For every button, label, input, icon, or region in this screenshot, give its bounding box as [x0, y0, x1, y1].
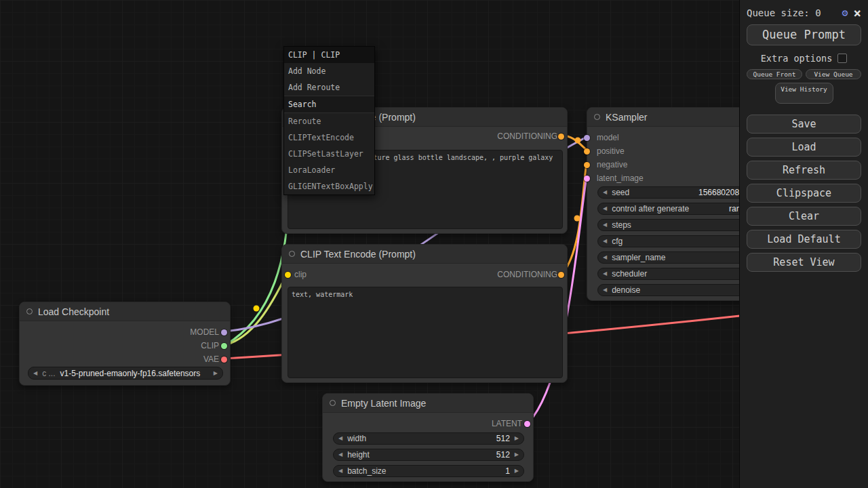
context-menu-add-reroute[interactable]: Add Reroute: [284, 79, 374, 96]
stepper-left-arrow-icon[interactable]: ◀: [603, 271, 607, 277]
queue-front-button[interactable]: Queue Front: [747, 69, 802, 79]
widget-label: width: [347, 434, 366, 443]
output-port-clip[interactable]: [221, 343, 227, 349]
input-port-positive[interactable]: [584, 148, 590, 155]
combo-left-arrow-icon[interactable]: ◀: [33, 371, 37, 376]
stepper-right-arrow-icon[interactable]: ▶: [515, 468, 519, 474]
node-title: Load Checkpoint: [38, 306, 109, 317]
settings-gear-icon[interactable]: ⚙: [842, 7, 848, 19]
prompt-textarea[interactable]: text, watermark: [288, 287, 563, 378]
output-port-conditioning[interactable]: [558, 134, 564, 140]
comfyui-app: CLIP Text Encode (Prompt) CONDITIONING b…: [0, 0, 868, 488]
input-port-latent-image[interactable]: [584, 176, 590, 182]
output-label-conditioning: CONDITIONING: [497, 131, 557, 141]
save-button[interactable]: Save: [747, 115, 861, 134]
context-menu-entry-loraloader[interactable]: LoraLoader: [284, 162, 374, 178]
context-menu-entry-gligentextboxapply[interactable]: GLIGENTextBoxApply: [284, 178, 374, 195]
output-label-clip: CLIP: [201, 341, 219, 350]
view-queue-button[interactable]: View Queue: [806, 69, 861, 79]
input-port-model[interactable]: [584, 135, 590, 141]
widget-label: denoise: [612, 285, 640, 295]
output-label-conditioning: CONDITIONING: [497, 270, 557, 279]
close-menu-icon[interactable]: ×: [854, 7, 861, 20]
input-label-negative: negative: [597, 160, 627, 169]
context-menu-title: CLIP | CLIP: [284, 47, 374, 63]
node-clip-text-encode-negative: CLIP Text Encode (Prompt) clip CONDITION…: [281, 244, 568, 383]
context-menu: CLIP | CLIP Add Node Add Reroute Search …: [283, 46, 375, 195]
widget-width[interactable]: ◀ width 512 ▶: [333, 432, 524, 445]
widget-label: steps: [612, 220, 631, 230]
stepper-right-arrow-icon[interactable]: ▶: [515, 436, 519, 441]
output-port-vae[interactable]: [221, 357, 227, 363]
collapse-dot-icon[interactable]: [289, 251, 295, 257]
view-history-button[interactable]: View History: [775, 83, 833, 104]
stepper-left-arrow-icon[interactable]: ◀: [603, 190, 607, 195]
combo-prefix: c ...: [42, 369, 55, 378]
combo-value: v1-5-pruned-emaonly-fp16.safetensors: [60, 369, 201, 378]
widget-batch-size[interactable]: ◀ batch_size 1 ▶: [333, 465, 524, 477]
output-port-model[interactable]: [221, 329, 227, 336]
stepper-right-arrow-icon[interactable]: ▶: [515, 452, 519, 458]
node-title: CLIP Text Encode (Prompt): [300, 249, 416, 260]
collapse-dot-icon[interactable]: [26, 308, 33, 314]
queue-prompt-button[interactable]: Queue Prompt: [747, 24, 861, 45]
input-label-clip: clip: [294, 270, 307, 279]
widget-value: 1: [505, 466, 510, 476]
widget-height[interactable]: ◀ height 512 ▶: [333, 449, 524, 461]
context-menu-add-node[interactable]: Add Node: [284, 63, 374, 79]
clipspace-button[interactable]: Clipspace: [747, 184, 861, 203]
extra-options-label: Extra options: [761, 53, 833, 64]
input-label-model: model: [597, 133, 619, 142]
output-label-latent: LATENT: [492, 419, 522, 428]
node-title: Empty Latent Image: [341, 398, 426, 409]
output-port-conditioning[interactable]: [558, 272, 564, 278]
load-default-button[interactable]: Load Default: [747, 230, 861, 249]
widget-label: batch_size: [347, 466, 386, 476]
input-port-negative[interactable]: [584, 162, 590, 168]
widget-label: cfg: [612, 237, 623, 246]
load-button[interactable]: Load: [747, 138, 861, 157]
output-label-model: MODEL: [190, 327, 219, 337]
combo-right-arrow-icon[interactable]: ▶: [214, 371, 218, 376]
widget-value: 512: [496, 434, 510, 443]
node-title: KSampler: [606, 112, 647, 123]
widget-value: 512: [496, 450, 510, 460]
collapse-dot-icon[interactable]: [330, 400, 336, 406]
node-load-checkpoint: Load Checkpoint MODEL CLIP VAE ◀ c ... v…: [19, 302, 231, 386]
ckpt-name-combo[interactable]: ◀ c ... v1-5-pruned-emaonly-fp16.safeten…: [28, 367, 223, 380]
widget-label: sampler_name: [612, 253, 665, 262]
extra-options-checkbox[interactable]: [837, 54, 847, 63]
context-menu-entry-reroute[interactable]: Reroute: [284, 113, 374, 129]
node-empty-latent-image: Empty Latent Image LATENT ◀ width 512 ▶ …: [322, 393, 534, 482]
reset-view-button[interactable]: Reset View: [747, 253, 861, 272]
node-title-bar[interactable]: CLIP Text Encode (Prompt): [282, 245, 567, 264]
stepper-left-arrow-icon[interactable]: ◀: [338, 452, 342, 458]
input-port-clip[interactable]: [285, 272, 291, 278]
input-label-positive: positive: [597, 146, 625, 156]
context-menu-entry-cliptextencode[interactable]: CLIPTextEncode: [284, 129, 374, 146]
output-port-latent[interactable]: [524, 421, 530, 427]
widget-label: control after generate: [612, 204, 689, 214]
context-menu-search[interactable]: Search: [284, 96, 374, 113]
output-label-vae: VAE: [203, 354, 219, 364]
context-menu-entry-clipsetlastlayer[interactable]: CLIPSetLastLayer: [284, 146, 374, 162]
collapse-dot-icon[interactable]: [594, 114, 600, 120]
widget-label: height: [347, 450, 370, 460]
clear-button[interactable]: Clear: [747, 207, 861, 226]
comfy-menu: Queue size: 0 ⚙ × Queue Prompt Extra opt…: [739, 0, 868, 488]
stepper-left-arrow-icon[interactable]: ◀: [603, 255, 607, 260]
widget-label: seed: [612, 188, 629, 197]
node-title-bar[interactable]: Empty Latent Image: [323, 394, 533, 413]
stepper-left-arrow-icon[interactable]: ◀: [338, 436, 342, 441]
refresh-button[interactable]: Refresh: [747, 161, 861, 180]
stepper-left-arrow-icon[interactable]: ◀: [603, 222, 607, 228]
stepper-left-arrow-icon[interactable]: ◀: [603, 206, 607, 211]
stepper-left-arrow-icon[interactable]: ◀: [338, 468, 342, 474]
input-label-latent-image: latent_image: [597, 174, 644, 183]
stepper-left-arrow-icon[interactable]: ◀: [603, 239, 607, 244]
node-title-bar[interactable]: Load Checkpoint: [20, 302, 230, 321]
widget-label: scheduler: [612, 269, 647, 279]
queue-size-label: Queue size: 0: [747, 7, 837, 18]
stepper-left-arrow-icon[interactable]: ◀: [603, 287, 607, 293]
widget-value: 1566802087: [698, 188, 744, 197]
